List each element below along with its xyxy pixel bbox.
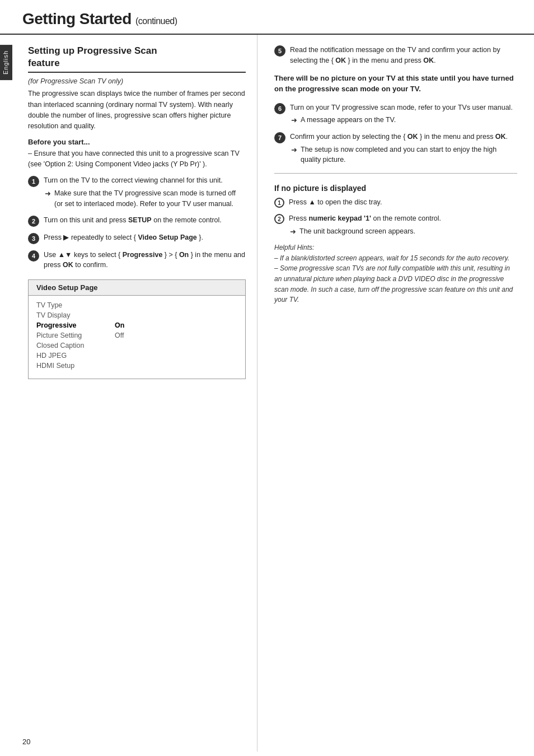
step-7-num: 7 (274, 132, 285, 143)
step-6-arrow-text: A message appears on the TV. (301, 115, 396, 125)
step-5-content: Read the notification message on the TV … (290, 45, 517, 66)
intro-text: The progressive scan displays twice the … (28, 88, 246, 132)
no-picture-steps: 1 Press ▲ to open the disc tray. 2 Press… (274, 197, 517, 237)
step-2-content: Turn on this unit and press SETUP on the… (44, 215, 246, 226)
warning-box: There will be no picture on your TV at t… (274, 73, 517, 95)
step-7-arrow: ➜ The setup is now completed and you can… (291, 144, 517, 166)
helpful-hint-2: – Some progressive scan TVs are not full… (274, 263, 517, 305)
left-steps: 1 Turn on the TV to the correct viewing … (28, 175, 246, 270)
before-start-label: Before you start... (28, 138, 246, 146)
step-2: 2 Turn on this unit and press SETUP on t… (28, 215, 246, 227)
step-5-num: 5 (274, 45, 285, 57)
no-pic-step-2-arrow-text: The unit background screen appears. (299, 226, 415, 237)
setup-row-hdmi: HDMI Setup (36, 361, 237, 371)
setup-row-hdjpeg: HD JPEG (36, 351, 237, 361)
no-pic-step-1-content: Press ▲ to open the disc tray. (289, 197, 517, 208)
setup-table-body: TV Type TV Display Progressive On Pictur… (29, 296, 245, 379)
step-2-num: 2 (28, 216, 39, 227)
italic-note: (for Progressive Scan TV only) (28, 77, 246, 85)
content-area: Setting up Progressive Scan feature (for… (0, 35, 534, 752)
step-7-text: Confirm your action by selecting the { O… (290, 133, 508, 141)
setup-table-header: Video Setup Page (29, 280, 245, 296)
no-pic-step-2-arrow: ➜ The unit background screen appears. (290, 226, 517, 237)
no-pic-step-2: 2 Press numeric keypad '1' on the remote… (274, 213, 517, 237)
step-7-arrow-text: The setup is now completed and you can s… (301, 144, 517, 166)
step-2-text: Turn on this unit and press SETUP on the… (44, 216, 222, 224)
step-6: 6 Turn on your TV progressive scan mode,… (274, 102, 517, 126)
step-4-text: Use ▲▼ keys to select { Progressive } > … (44, 251, 245, 269)
step-7: 7 Confirm your action by selecting the {… (274, 132, 517, 165)
section-divider (274, 173, 517, 174)
setup-row-progressive: Progressive On (36, 320, 237, 330)
step-6-arrow: ➜ A message appears on the TV. (291, 115, 517, 126)
no-pic-step-2-num: 2 (274, 214, 284, 224)
setup-row-picture: Picture Setting Off (36, 330, 237, 340)
step-1-num: 1 (28, 176, 39, 187)
language-tab: English (0, 45, 12, 80)
step-5: 5 Read the notification message on the T… (274, 45, 517, 66)
step-1-arrow-text: Make sure that the TV progressive scan m… (54, 188, 246, 209)
right-steps: 5 Read the notification message on the T… (274, 45, 517, 66)
step-1: 1 Turn on the TV to the correct viewing … (28, 175, 246, 209)
step-4-content: Use ▲▼ keys to select { Progressive } > … (44, 250, 246, 271)
step-3-num: 3 (28, 233, 39, 244)
left-column: Setting up Progressive Scan feature (for… (0, 35, 257, 752)
step-1-arrow: ➜ Make sure that the TV progressive scan… (45, 188, 246, 209)
page-number: 20 (22, 738, 30, 746)
step-1-text: Turn on the TV to the correct viewing ch… (44, 176, 223, 184)
no-picture-title: If no picture is displayed (274, 184, 517, 193)
step-6-content: Turn on your TV progressive scan mode, r… (290, 102, 517, 126)
step-1-content: Turn on the TV to the correct viewing ch… (44, 175, 246, 209)
step-4: 4 Use ▲▼ keys to select { Progressive } … (28, 250, 246, 271)
helpful-hint-1: – If a blank/distorted screen appears, w… (274, 253, 517, 264)
step-6-text: Turn on your TV progressive scan mode, r… (290, 104, 513, 111)
before-start-text: – Ensure that you have connected this un… (28, 148, 246, 170)
no-pic-step-2-text: Press numeric keypad '1' on the remote c… (289, 214, 441, 222)
setup-row-tvdisplay: TV Display (36, 310, 237, 320)
page-header: Getting Started (continued) (0, 0, 534, 35)
step-3-content: Press ▶ repeatedly to select { Video Set… (44, 232, 246, 243)
step-4-num: 4 (28, 250, 39, 262)
no-pic-step-2-content: Press numeric keypad '1' on the remote c… (289, 213, 517, 237)
right-steps-2: 6 Turn on your TV progressive scan mode,… (274, 102, 517, 166)
warning-text: There will be no picture on your TV at t… (274, 73, 517, 95)
step-3: 3 Press ▶ repeatedly to select { Video S… (28, 232, 246, 244)
step-7-content: Confirm your action by selecting the { O… (290, 132, 517, 165)
no-pic-step-1-num: 1 (274, 198, 284, 208)
helpful-hints-label: Helpful Hints: (274, 242, 517, 253)
setup-table: Video Setup Page TV Type TV Display Prog… (28, 279, 246, 379)
helpful-hints: Helpful Hints: – If a blank/distorted sc… (274, 242, 517, 305)
step-3-text: Press ▶ repeatedly to select { Video Set… (44, 234, 203, 241)
no-pic-step-1: 1 Press ▲ to open the disc tray. (274, 197, 517, 208)
step-6-num: 6 (274, 103, 285, 114)
step-5-text: Read the notification message on the TV … (290, 46, 500, 64)
setup-row-tvtype: TV Type (36, 300, 237, 310)
section-title: Setting up Progressive Scan feature (28, 45, 246, 73)
right-column: 5 Read the notification message on the T… (257, 35, 534, 752)
page-title: Getting Started (continued) (22, 10, 512, 28)
no-pic-step-1-text: Press ▲ to open the disc tray. (289, 198, 382, 206)
setup-row-caption: Closed Caption (36, 340, 237, 351)
